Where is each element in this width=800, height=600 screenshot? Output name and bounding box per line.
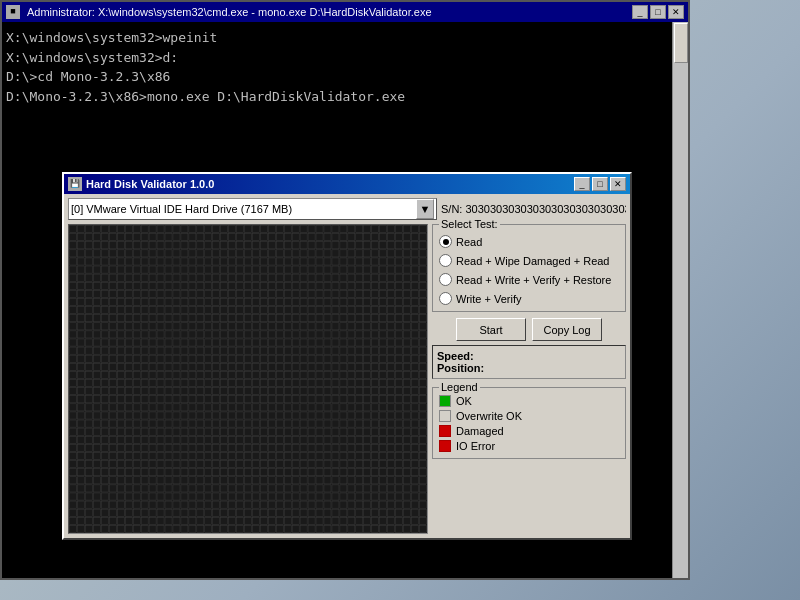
cmd-maximize-button[interactable]: □ (650, 5, 666, 19)
hdv-dropdown-arrow[interactable]: ▼ (416, 199, 434, 219)
svg-rect-165 (300, 250, 307, 257)
svg-rect-1448 (125, 485, 132, 492)
svg-rect-1323 (205, 461, 212, 468)
svg-rect-1389 (372, 469, 379, 476)
svg-rect-16 (189, 225, 196, 232)
cmd-minimize-button[interactable]: _ (632, 5, 648, 19)
svg-rect-660 (300, 339, 307, 346)
svg-rect-727 (117, 355, 124, 362)
hdv-close-button[interactable]: ✕ (610, 177, 626, 191)
svg-rect-1313 (125, 461, 132, 468)
svg-rect-1393 (403, 469, 410, 476)
hdv-maximize-button[interactable]: □ (592, 177, 608, 191)
svg-rect-1688 (245, 525, 252, 532)
svg-rect-242 (197, 266, 204, 273)
svg-rect-434 (292, 298, 299, 305)
svg-rect-4 (94, 225, 101, 232)
svg-rect-47 (78, 234, 85, 241)
svg-rect-1372 (237, 469, 244, 476)
svg-rect-409 (94, 298, 101, 305)
svg-rect-1473 (324, 485, 331, 492)
svg-rect-1229 (173, 444, 180, 451)
svg-rect-1424 (292, 477, 299, 484)
svg-rect-588 (86, 331, 93, 338)
svg-rect-1185 (181, 436, 188, 443)
svg-rect-781 (189, 363, 196, 370)
hdv-start-button[interactable]: Start (456, 318, 526, 341)
cmd-close-button[interactable]: ✕ (668, 5, 684, 19)
svg-rect-433 (284, 298, 291, 305)
svg-rect-1333 (284, 461, 291, 468)
svg-rect-1048 (165, 412, 172, 419)
svg-rect-795 (300, 363, 307, 370)
svg-rect-121 (308, 242, 315, 249)
svg-rect-861 (109, 379, 116, 386)
svg-rect-1135 (141, 428, 148, 435)
svg-rect-6 (109, 225, 116, 232)
svg-rect-1276 (189, 452, 196, 459)
svg-rect-1425 (300, 477, 307, 484)
hdv-drive-dropdown[interactable]: [0] VMware Virtual IDE Hard Drive (7167 … (68, 198, 437, 220)
hdv-radio-write-verify[interactable]: Write + Verify (439, 292, 619, 305)
svg-rect-1652 (316, 517, 323, 524)
cmd-titlebar: ■ Administrator: X:\windows\system32\cmd… (2, 2, 688, 22)
svg-rect-358 (403, 282, 410, 289)
svg-rect-68 (245, 234, 252, 241)
svg-rect-1287 (276, 452, 283, 459)
svg-rect-308 (364, 274, 371, 281)
svg-rect-1124 (411, 420, 418, 427)
svg-rect-1674 (133, 525, 140, 532)
hdv-main: // Will draw grid via JS below Select Te… (68, 224, 626, 534)
svg-rect-580 (380, 323, 387, 330)
svg-rect-1528 (403, 493, 410, 500)
svg-rect-1595 (221, 509, 228, 516)
svg-rect-1353 (86, 469, 93, 476)
svg-rect-554 (173, 323, 180, 330)
svg-rect-241 (189, 266, 196, 273)
svg-rect-1522 (356, 493, 363, 500)
svg-rect-618 (324, 331, 331, 338)
svg-rect-1475 (340, 485, 347, 492)
svg-rect-1245 (300, 444, 307, 451)
hdv-radio-read-write[interactable]: Read + Write + Verify + Restore (439, 273, 619, 286)
svg-rect-1351 (70, 469, 77, 476)
svg-rect-642 (157, 339, 164, 346)
svg-rect-146 (149, 250, 156, 257)
hdv-radio-read[interactable]: Read (439, 235, 619, 248)
hdv-body: [0] VMware Virtual IDE Hard Drive (7167 … (64, 194, 630, 538)
svg-rect-274 (94, 274, 101, 281)
svg-rect-824 (173, 371, 180, 378)
svg-rect-320 (101, 282, 108, 289)
svg-rect-293 (245, 274, 252, 281)
svg-rect-1682 (197, 525, 204, 532)
svg-rect-1675 (141, 525, 148, 532)
cmd-scrollbar[interactable] (672, 22, 688, 578)
svg-rect-513 (205, 315, 212, 322)
svg-rect-589 (94, 331, 101, 338)
hdv-minimize-button[interactable]: _ (574, 177, 590, 191)
svg-rect-164 (292, 250, 299, 257)
svg-rect-198 (205, 258, 212, 265)
svg-rect-649 (213, 339, 220, 346)
svg-rect-347 (316, 282, 323, 289)
svg-rect-210 (300, 258, 307, 265)
svg-rect-676 (70, 347, 77, 354)
hdv-radio-read-write-label: Read + Write + Verify + Restore (456, 274, 611, 286)
svg-rect-663 (324, 339, 331, 346)
svg-rect-486 (348, 307, 355, 314)
svg-rect-453 (86, 307, 93, 314)
svg-rect-94 (94, 242, 101, 249)
svg-rect-190 (141, 258, 148, 265)
hdv-radio-read-wipe[interactable]: Read + Wipe Damaged + Read (439, 254, 619, 267)
svg-rect-231 (109, 266, 116, 273)
svg-rect-234 (133, 266, 140, 273)
svg-rect-1403 (125, 477, 132, 484)
svg-rect-529 (332, 315, 339, 322)
svg-rect-1197 (276, 436, 283, 443)
svg-rect-143 (125, 250, 132, 257)
svg-rect-731 (149, 355, 156, 362)
cmd-scrollbar-thumb[interactable] (674, 23, 688, 63)
hdv-copy-log-button[interactable]: Copy Log (532, 318, 602, 341)
svg-rect-1512 (276, 493, 283, 500)
svg-rect-877 (237, 379, 244, 386)
